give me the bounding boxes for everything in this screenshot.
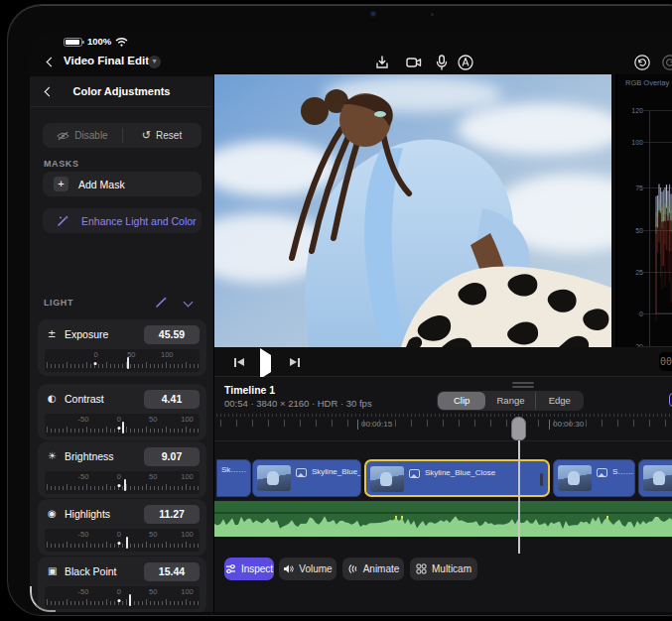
slider-highlights: ◉ Highlights 11.27 -50050100 (38, 499, 206, 556)
ruler-scale-label: 0 (117, 587, 121, 596)
mode-edge[interactable]: Edge (535, 392, 584, 410)
clip-thumbnail (370, 466, 404, 492)
ruler-scale-label: -50 (78, 587, 89, 596)
slider-thumb[interactable] (124, 479, 126, 491)
clips-track: Sk…… Skyline_Blue_Wide Skyline_Blue_Clos… (214, 459, 672, 497)
divider (122, 128, 123, 143)
import-icon[interactable] (373, 54, 391, 71)
transport-bar: 00:00:27:17 (214, 347, 672, 377)
clip-skyline-partial-left[interactable]: Sk…… (216, 459, 251, 497)
trim-handle-right[interactable] (540, 473, 543, 486)
panel-title: Color Adjustments (30, 85, 213, 97)
ruler-scale-label: -50 (78, 530, 89, 539)
black-point-icon: ▣ (48, 565, 60, 576)
clip-partial-right[interactable] (638, 459, 672, 497)
clip-skyline-blue-close-selected[interactable]: Skyline_Blue_Close (364, 459, 550, 497)
image-icon (296, 468, 307, 477)
slider-thumb[interactable] (127, 357, 129, 369)
slider-brightness: ☀ Brightness 9.07 -50050100 (38, 441, 206, 498)
rgb-overlay-scope: RGB Overlay 120 100 75 50 25 0 -20 (615, 74, 672, 347)
reset-button[interactable]: ↺ Reset (122, 123, 202, 148)
light-section-row[interactable]: LIGHT (30, 293, 214, 312)
mode-clip[interactable]: Clip (438, 392, 485, 410)
ruler-scale-label: 100 (161, 350, 174, 359)
slider-thumb[interactable] (122, 422, 124, 434)
timeline-ruler[interactable]: 00:00:15 00:00:30 (214, 414, 672, 441)
exposure-value[interactable]: 45.59 (144, 325, 200, 344)
skip-forward-icon[interactable] (290, 357, 300, 367)
highlights-value[interactable]: 11.27 (144, 505, 200, 524)
ruler-scale-label: 100 (181, 587, 194, 596)
brightness-value[interactable]: 9.07 (144, 447, 200, 466)
light-wand-icon (155, 296, 168, 309)
animate-waves-icon (347, 563, 358, 574)
ipad-device-frame: 100% Video Final Edit ▾ (8, 5, 672, 615)
add-mask-button[interactable]: + Add Mask (43, 172, 202, 196)
front-camera (371, 12, 375, 16)
project-title[interactable]: Video Final Edit (64, 55, 149, 66)
highlights-slider[interactable]: -50050100 (45, 529, 200, 552)
undo-icon[interactable] (633, 54, 651, 71)
ruler-scale-label: 100 (181, 415, 194, 424)
disable-button[interactable]: Disable (43, 123, 122, 148)
play-icon[interactable] (260, 355, 271, 373)
eye-slash-icon (57, 131, 69, 141)
clip-skyline-partial[interactable]: S…… (553, 459, 635, 497)
playhead-line (518, 429, 520, 554)
pencil-tools-icon[interactable] (457, 54, 474, 71)
slider-thumb[interactable] (126, 537, 128, 549)
clip-skyline-blue-wide[interactable]: Skyline_Blue_Wide (252, 459, 361, 497)
timeline-bottom-bar: Inspect Volume Animate (214, 558, 672, 580)
speaker-icon (283, 563, 294, 574)
volume-button[interactable]: Volume (279, 558, 336, 580)
masks-section-label: MASKS (44, 159, 79, 169)
highlights-icon: ◉ (48, 508, 60, 519)
contrast-slider[interactable]: -50050100 (45, 414, 200, 436)
ruler-scale-label: 0 (117, 472, 121, 481)
image-icon (409, 469, 420, 478)
slider-contrast: ◐ Contrast 4.41 -50050100 (38, 384, 206, 440)
light-section-label: LIGHT (44, 298, 73, 308)
scope-waveform (650, 74, 672, 347)
multicam-grid-icon (416, 563, 427, 574)
inspect-button[interactable]: Inspect (224, 558, 274, 580)
battery-icon (64, 38, 82, 47)
mode-range[interactable]: Range (486, 392, 534, 410)
black-point-slider[interactable]: -50050100 (45, 586, 200, 609)
clip-thumbnail (558, 465, 592, 491)
black-point-value[interactable]: 15.44 (144, 562, 200, 581)
panel-header: Color Adjustments (30, 76, 213, 107)
video-preview[interactable] (214, 74, 611, 347)
brightness-slider[interactable]: -50050100 (45, 471, 200, 494)
reset-icon: ↺ (142, 129, 151, 142)
slider-exposure: ± Exposure 45.59 050100 (38, 319, 206, 376)
disable-reset-control: Disable ↺ Reset (43, 123, 202, 148)
ruler-scale-label: 100 (181, 530, 194, 539)
timeline-section: Timeline 1 00:54 · 3840 × 2160 · HDR · 3… (214, 377, 672, 612)
skip-back-icon[interactable] (234, 357, 244, 367)
microphone-icon[interactable] (433, 54, 451, 71)
panel-drag-handle[interactable] (512, 382, 534, 384)
camera-icon[interactable] (405, 54, 423, 71)
back-icon[interactable] (47, 58, 57, 67)
redo-icon[interactable] (661, 54, 672, 71)
title-bar: Video Final Edit ▾ (30, 50, 672, 77)
enhance-light-color-button[interactable]: Enhance Light and Color (43, 208, 202, 233)
playhead-handle[interactable] (511, 417, 526, 440)
audio-track[interactable] (214, 501, 672, 537)
title-chevron-down-icon[interactable]: ▾ (148, 56, 161, 68)
preview-frame-image (214, 74, 611, 347)
animate-button[interactable]: Animate (342, 558, 404, 580)
edit-mode-control: Clip Range Edge (437, 391, 584, 411)
volume-line[interactable] (214, 512, 672, 514)
contrast-value[interactable]: 4.41 (144, 390, 200, 409)
slider-thumb[interactable] (129, 594, 131, 606)
multicam-button[interactable]: Multicam (410, 558, 477, 580)
audio-waveform (214, 501, 672, 537)
slider-black-point: ▣ Black Point 15.44 -50050100 (38, 557, 206, 612)
battery-percent: 100% (87, 36, 111, 47)
exposure-slider[interactable]: 050100 (45, 349, 200, 372)
light-collapse-chevron-icon[interactable] (184, 298, 194, 308)
contrast-icon: ◐ (48, 393, 60, 404)
image-icon (597, 468, 607, 477)
